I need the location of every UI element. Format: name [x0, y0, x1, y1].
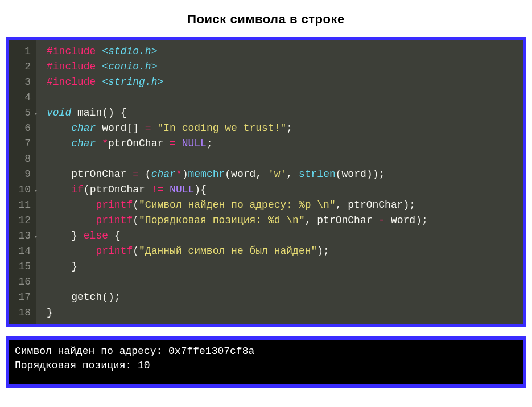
line-number: 5 — [13, 105, 31, 121]
code-line — [47, 151, 517, 167]
page-title: Поиск символа в строке — [6, 12, 526, 27]
line-number: 1 — [13, 44, 31, 59]
line-number: 12 — [13, 213, 31, 228]
line-number: 3 — [13, 75, 31, 90]
code-line: ptrOnChar = (char*)memchr(word, 'w', str… — [47, 167, 517, 182]
code-line: char *ptrOnChar = NULL; — [47, 136, 517, 151]
line-number: 9 — [13, 167, 31, 182]
console-output: Символ найден по адресу: 0x7ffe1307cf8a … — [6, 336, 526, 388]
line-number: 16 — [13, 274, 31, 290]
code-line: #include <string.h> — [47, 75, 517, 90]
code-line — [47, 274, 517, 290]
line-number: 6 — [13, 121, 31, 136]
line-number: 4 — [13, 90, 31, 105]
code-line: } — [47, 259, 517, 274]
code-line: } — [47, 305, 517, 320]
line-number-gutter: 123456789101112131415161718 — [9, 40, 36, 324]
code-line: getch(); — [47, 290, 517, 305]
line-number: 2 — [13, 59, 31, 75]
code-line: char word[] = "In coding we trust!"; — [47, 121, 517, 136]
code-line: printf("Данный символ не был найден"); — [47, 244, 517, 259]
code-content: #include <stdio.h>#include <conio.h>#inc… — [36, 40, 523, 324]
line-number: 11 — [13, 198, 31, 213]
code-line: #include <stdio.h> — [47, 44, 517, 59]
code-line: printf("Порядковая позиция: %d \n", ptrO… — [47, 213, 517, 228]
code-editor: 123456789101112131415161718 #include <st… — [9, 40, 523, 324]
line-number: 7 — [13, 136, 31, 151]
line-number: 10 — [13, 182, 31, 198]
line-number: 8 — [13, 151, 31, 167]
code-line: } else { — [47, 228, 517, 244]
code-editor-frame: 123456789101112131415161718 #include <st… — [6, 37, 526, 327]
code-line: void main() { — [47, 105, 517, 121]
line-number: 14 — [13, 244, 31, 259]
code-line: #include <conio.h> — [47, 59, 517, 75]
line-number: 15 — [13, 259, 31, 274]
code-line — [47, 90, 517, 105]
line-number: 18 — [13, 305, 31, 320]
code-line: if(ptrOnChar != NULL){ — [47, 182, 517, 198]
line-number: 13 — [13, 228, 31, 244]
code-line: printf("Символ найден по адресу: %p \n",… — [47, 198, 517, 213]
line-number: 17 — [13, 290, 31, 305]
